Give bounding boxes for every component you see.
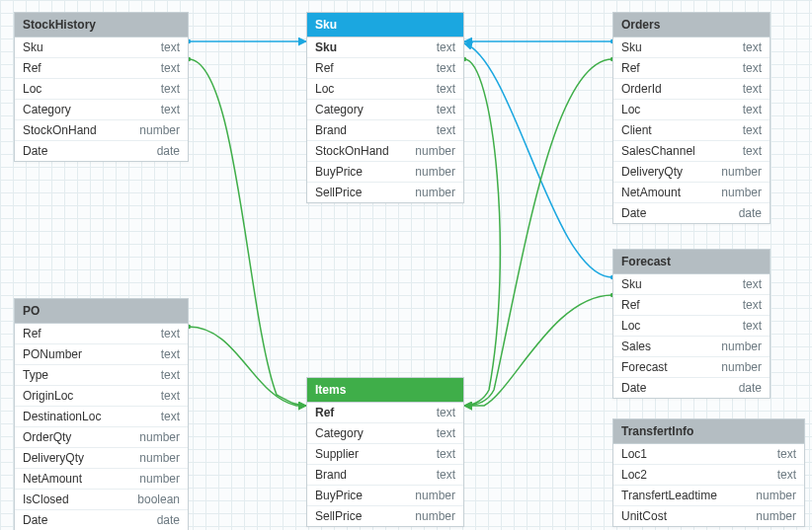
column-name: NetAmount — [621, 186, 681, 199]
column-row[interactable]: TransfertLeadtimenumber — [613, 486, 804, 506]
column-row[interactable]: Brandtext — [307, 120, 463, 141]
column-row[interactable]: Loc1text — [613, 444, 804, 465]
column-row[interactable]: SalesChanneltext — [613, 141, 770, 162]
column-name: SalesChannel — [621, 144, 695, 158]
column-name: PONumber — [23, 347, 82, 361]
column-type: text — [777, 447, 796, 461]
column-row[interactable]: Loctext — [307, 79, 463, 100]
column-row[interactable]: Salesnumber — [613, 337, 770, 357]
table-title: Forecast — [613, 250, 770, 274]
column-row[interactable]: Datedate — [613, 378, 770, 398]
column-name: Ref — [621, 298, 640, 312]
column-type: text — [161, 82, 180, 96]
table-transfertinfo[interactable]: TransfertInfo Loc1textLoc2textTransfertL… — [612, 418, 805, 527]
column-row[interactable]: IsClosedboolean — [15, 490, 188, 510]
column-row[interactable]: Loctext — [613, 316, 770, 337]
column-row[interactable]: Reftext — [307, 58, 463, 79]
column-type: date — [157, 144, 180, 158]
column-row[interactable]: Skutext — [613, 38, 770, 58]
table-po[interactable]: PO ReftextPONumbertextTypetextOriginLoct… — [14, 298, 189, 530]
table-forecast[interactable]: Forecast SkutextReftextLoctextSalesnumbe… — [612, 249, 771, 399]
column-row[interactable]: Loc2text — [613, 465, 804, 486]
table-columns: SkutextReftextLoctextSalesnumberForecast… — [613, 274, 770, 398]
table-title: PO — [15, 299, 188, 324]
column-type: number — [415, 186, 455, 199]
column-row[interactable]: Brandtext — [307, 465, 463, 486]
column-row[interactable]: Skutext — [15, 38, 188, 58]
column-type: text — [437, 103, 455, 116]
column-name: DeliveryQty — [23, 451, 84, 465]
column-row[interactable]: PONumbertext — [15, 344, 188, 365]
column-row[interactable]: BuyPricenumber — [307, 486, 463, 506]
column-type: text — [743, 61, 762, 75]
column-type: number — [721, 165, 762, 179]
column-row[interactable]: Suppliertext — [307, 444, 463, 465]
column-row[interactable]: Datedate — [15, 141, 188, 161]
column-name: TransfertLeadtime — [621, 489, 717, 502]
column-row[interactable]: Reftext — [613, 58, 770, 79]
table-items[interactable]: Items ReftextCategorytextSuppliertextBra… — [306, 377, 464, 527]
column-row[interactable]: Skutext — [613, 274, 770, 295]
column-row[interactable]: StockOnHandnumber — [307, 141, 463, 162]
column-row[interactable]: StockOnHandnumber — [15, 120, 188, 141]
table-stockhistory[interactable]: StockHistory SkutextReftextLoctextCatego… — [14, 12, 189, 162]
column-row[interactable]: Loctext — [613, 100, 770, 120]
column-type: boolean — [137, 492, 180, 506]
column-type: text — [437, 426, 455, 440]
column-row[interactable]: Categorytext — [307, 100, 463, 120]
column-row[interactable]: OrderIdtext — [613, 79, 770, 100]
column-row[interactable]: UnitCostnumber — [613, 506, 804, 526]
column-type: text — [437, 61, 455, 75]
column-name: OrderQty — [23, 430, 71, 444]
column-name: Sku — [23, 40, 43, 54]
column-row[interactable]: BuyPricenumber — [307, 162, 463, 183]
column-name: NetAmount — [23, 472, 82, 486]
table-title: StockHistory — [15, 13, 188, 38]
column-name: StockOnHand — [23, 123, 97, 137]
column-name: Sku — [621, 277, 642, 291]
column-name: Date — [621, 206, 646, 220]
column-row[interactable]: SellPricenumber — [307, 506, 463, 526]
column-row[interactable]: NetAmountnumber — [15, 469, 188, 490]
column-row[interactable]: Typetext — [15, 365, 188, 386]
column-row[interactable]: Datedate — [613, 203, 770, 223]
column-row[interactable]: Categorytext — [15, 100, 188, 120]
column-type: number — [756, 509, 796, 523]
column-row[interactable]: Clienttext — [613, 120, 770, 141]
column-row[interactable]: DeliveryQtynumber — [15, 448, 188, 469]
column-row[interactable]: Reftext — [15, 58, 188, 79]
column-row[interactable]: Skutext — [307, 38, 463, 58]
table-title: Orders — [613, 13, 770, 38]
column-row[interactable]: Reftext — [613, 295, 770, 316]
column-row[interactable]: Categorytext — [307, 423, 463, 444]
column-name: Brand — [315, 468, 347, 482]
table-sku[interactable]: Sku SkutextReftextLoctextCategorytextBra… — [306, 12, 464, 203]
column-row[interactable]: OrderQtynumber — [15, 427, 188, 448]
column-row[interactable]: OriginLoctext — [15, 386, 188, 407]
column-type: text — [161, 327, 180, 341]
table-orders[interactable]: Orders SkutextReftextOrderIdtextLoctextC… — [612, 12, 771, 224]
column-type: number — [415, 144, 455, 158]
column-row[interactable]: Reftext — [15, 324, 188, 344]
column-type: text — [437, 123, 455, 137]
column-name: BuyPrice — [315, 165, 363, 179]
column-row[interactable]: NetAmountnumber — [613, 183, 770, 203]
column-row[interactable]: Datedate — [15, 510, 188, 530]
column-row[interactable]: Reftext — [307, 403, 463, 423]
table-columns: SkutextReftextLoctextCategorytextStockOn… — [15, 38, 188, 161]
column-name: Loc — [315, 82, 334, 96]
column-type: number — [721, 360, 762, 374]
column-row[interactable]: DeliveryQtynumber — [613, 162, 770, 183]
column-type: number — [415, 165, 455, 179]
column-row[interactable]: Forecastnumber — [613, 357, 770, 378]
column-row[interactable]: DestinationLoctext — [15, 407, 188, 427]
column-type: text — [437, 406, 455, 419]
table-title: TransfertInfo — [613, 419, 804, 444]
column-row[interactable]: SellPricenumber — [307, 183, 463, 202]
column-name: OriginLoc — [23, 389, 73, 403]
column-name: Client — [621, 123, 652, 137]
column-row[interactable]: Loctext — [15, 79, 188, 100]
column-name: Ref — [315, 61, 334, 75]
table-columns: SkutextReftextLoctextCategorytextBrandte… — [307, 38, 463, 202]
column-name: Loc — [23, 82, 41, 96]
